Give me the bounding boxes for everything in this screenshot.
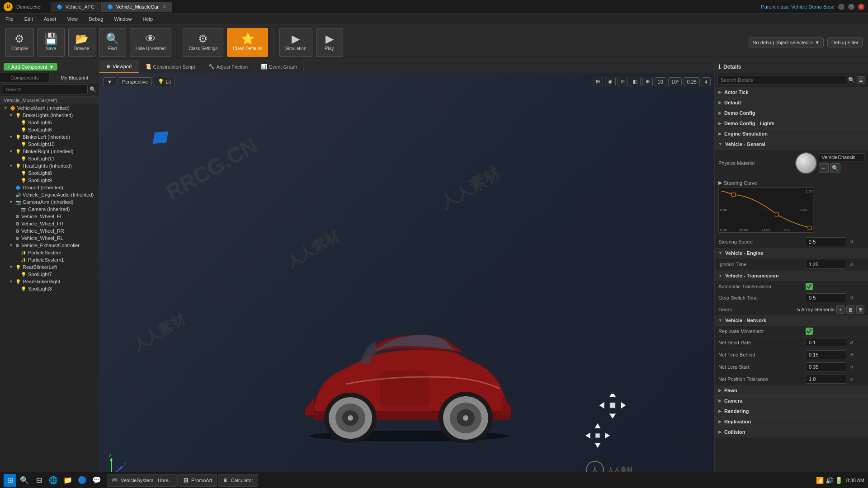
taskbar-messenger[interactable]: 💬 [90, 474, 103, 487]
section-vehicle-engine[interactable]: ▼ Vehicle - Engine [715, 248, 868, 258]
angle-value[interactable]: 10° [668, 77, 682, 86]
tree-item-vehicle-mesh[interactable]: ▼ 🔶 VehicleMesh (Inherited) [0, 104, 99, 112]
tree-item-ground[interactable]: 🔷 Ground (Inherited) [0, 184, 99, 191]
viewport-ctrl-3[interactable]: ⊙ [618, 77, 628, 86]
steering-speed-reset[interactable]: ↺ [848, 239, 854, 245]
simulation-button[interactable]: ▶ Simulation [279, 28, 312, 57]
system-clock[interactable]: 8:38 AM [846, 478, 864, 483]
net-lerp-start-reset[interactable]: ↺ [848, 364, 854, 370]
taskbar-app-promo-art[interactable]: 🖼 PromoArt [179, 474, 217, 487]
tree-item-headlights[interactable]: ▼ 💡 HeadLights (Inherited) [0, 162, 99, 169]
perspective-button[interactable]: ▼ [103, 77, 116, 86]
ignition-time-reset[interactable]: ↺ [848, 262, 854, 267]
tab-vehicle-musclecar[interactable]: 🔷 Vehicle_MuscleCar ✕ [101, 2, 172, 12]
tree-item-blinker-right[interactable]: ▼ 💡 BlinkerRight (Inherited) [0, 148, 99, 155]
section-vehicle-transmission[interactable]: ▼ Vehicle - Transmission [715, 271, 868, 281]
close-button[interactable]: ✕ [858, 4, 864, 10]
cam-speed[interactable]: 4 [702, 77, 711, 86]
section-collision[interactable]: ▶ Collision [715, 427, 868, 437]
net-send-rate-input[interactable] [806, 338, 846, 347]
save-button[interactable]: 💾 Save [38, 28, 65, 57]
browse-button[interactable]: 📂 Browse [68, 28, 95, 57]
tree-item-engine-audio[interactable]: 🔊 Vehicle_EngineAudio (Inherited) [0, 191, 99, 198]
net-position-tolerance-reset[interactable]: ↺ [848, 376, 854, 382]
tree-item-spotlight10[interactable]: 💡 SpotLight10 [0, 141, 99, 148]
net-time-behind-input[interactable] [806, 350, 846, 359]
tree-item-spotlight9[interactable]: 💡 SpotLight9 [0, 177, 99, 184]
construction-script-tab[interactable]: 📜 Construction Script [139, 61, 202, 73]
tree-item-spotlight6[interactable]: 💡 SpotLight6 [0, 126, 99, 133]
class-settings-button[interactable]: ⚙ Class Settings [183, 28, 223, 57]
section-demo-config-lights[interactable]: ▶ Demo Config - Lights [715, 118, 868, 129]
net-lerp-start-input[interactable] [806, 362, 846, 371]
gears-duplicate-btn[interactable]: ⊞ [856, 305, 864, 314]
viewport-tab[interactable]: 🖥 Viewport [99, 61, 139, 73]
net-position-tolerance-input[interactable] [806, 375, 846, 384]
lit-button[interactable]: 💡 Lit [154, 77, 175, 86]
section-actor-tick[interactable]: ▶ Actor Tick [715, 87, 868, 98]
net-send-rate-reset[interactable]: ↺ [848, 340, 854, 346]
menu-edit[interactable]: Edit [23, 15, 35, 23]
tree-item-wheel-fl[interactable]: ⚙ Vehicle_Wheel_FL [0, 213, 99, 220]
tab-vehicle-apc[interactable]: 🔷 Vehicle_APC [51, 2, 100, 12]
taskbar-file-explorer[interactable]: 📁 [61, 474, 74, 487]
section-replication[interactable]: ▶ Replication [715, 417, 868, 427]
tree-item-spotlight8[interactable]: 💡 SpotLight8 [0, 169, 99, 177]
tree-item-blinker-left[interactable]: ▼ 💡 BlinkerLeft (Inherited) [0, 133, 99, 141]
adjust-friction-tab[interactable]: 🔧 Adjust Friction [202, 61, 255, 73]
auto-transmission-checkbox[interactable] [806, 283, 813, 290]
section-camera[interactable]: ▶ Camera [715, 396, 868, 406]
debug-filter-button[interactable]: Debug Filter [827, 38, 863, 47]
section-pawn[interactable]: ▶ Pawn [715, 385, 868, 396]
view-mode-button[interactable]: Perspective [118, 77, 152, 86]
network-icon[interactable]: 📶 [816, 477, 824, 484]
replicate-movement-checkbox[interactable] [806, 328, 813, 335]
component-search-input[interactable] [3, 84, 88, 94]
steering-speed-input[interactable] [806, 237, 846, 246]
tree-item-wheel-rl[interactable]: ⚙ Vehicle_Wheel_RL [0, 235, 99, 242]
mat-search[interactable]: 🔍 [830, 163, 840, 173]
section-default[interactable]: ▶ Default [715, 98, 868, 108]
tree-item-camera-arm[interactable]: ▼ 📷 CameraArm (Inherited) [0, 198, 99, 206]
viewport-content[interactable]: RRCG.CN 人人素材 人人素材 人人素材 RRCG ▼ Perspectiv… [99, 73, 714, 488]
taskbar-app-vehicle-system[interactable]: 🎮 VehicleSystem - Unre... [107, 474, 178, 487]
menu-help[interactable]: Help [141, 15, 155, 23]
class-defaults-button[interactable]: ⭐ Class Defaults [227, 28, 268, 57]
close-tab-icon[interactable]: ✕ [162, 4, 166, 10]
tree-item-wheel-rr[interactable]: ⚙ Vehicle_Wheel_RR [0, 227, 99, 235]
tree-item-particle-sys[interactable]: ✨ ParticleSystem [0, 249, 99, 256]
taskbar-search[interactable]: 🔍 [18, 474, 31, 487]
minimize-button[interactable]: — [838, 4, 844, 10]
debug-object-dropdown[interactable]: No debug object selected > ▼ [749, 38, 824, 47]
tree-item-spotlight3[interactable]: 💡 SpotLight3 [0, 285, 99, 292]
menu-debug[interactable]: Debug [87, 15, 105, 23]
grid-value[interactable]: 10 [655, 77, 666, 86]
section-demo-config[interactable]: ▶ Demo Config [715, 108, 868, 118]
taskbar-task-view[interactable]: ⊟ [33, 474, 45, 487]
viewport-ctrl-2[interactable]: ◉ [605, 77, 616, 86]
taskbar-app-calculator[interactable]: 🖩 Calculator [218, 474, 258, 487]
section-rendering[interactable]: ▶ Rendering [715, 406, 868, 417]
viewport-ctrl-4[interactable]: ◧ [630, 77, 641, 86]
mat-arrow-left[interactable]: ← [819, 163, 829, 173]
tree-item-brake-lights[interactable]: ▼ 💡 BrakeLights (Inherited) [0, 112, 99, 119]
section-vehicle-network[interactable]: ▼ Vehicle - Network [715, 315, 868, 326]
move-gizmo-2[interactable] [581, 419, 615, 454]
compile-button[interactable]: ⚙ Compile [5, 28, 34, 57]
scale-value[interactable]: 0.25 [684, 77, 699, 86]
components-tab[interactable]: Components [0, 73, 49, 82]
add-component-button[interactable]: + Add Component ▼ [4, 63, 57, 70]
taskbar-edge[interactable]: 🌐 [47, 474, 60, 487]
play-button[interactable]: ▶ Play [316, 28, 343, 57]
viewport-ctrl-5[interactable]: ⊞ [642, 77, 653, 86]
tree-item-spotlight11[interactable]: 💡 SpotLight11 [0, 155, 99, 162]
details-view-toggle[interactable]: ☰ [857, 76, 865, 84]
start-button[interactable]: ⊞ [4, 474, 16, 487]
volume-icon[interactable]: 🔊 [826, 477, 833, 484]
find-button[interactable]: 🔍 Find [99, 28, 126, 57]
tree-item-rear-blinker-right[interactable]: ▼ 💡 RearBlinkerRight [0, 278, 99, 285]
tree-item-wheel-fr[interactable]: ⚙ Vehicle_Wheel_FR [0, 220, 99, 227]
section-vehicle-general[interactable]: ▼ Vehicle - General [715, 139, 868, 150]
my-blueprint-tab[interactable]: My Blueprint [49, 73, 99, 82]
tree-item-camera[interactable]: 📷 Camera (Inherited) [0, 206, 99, 213]
